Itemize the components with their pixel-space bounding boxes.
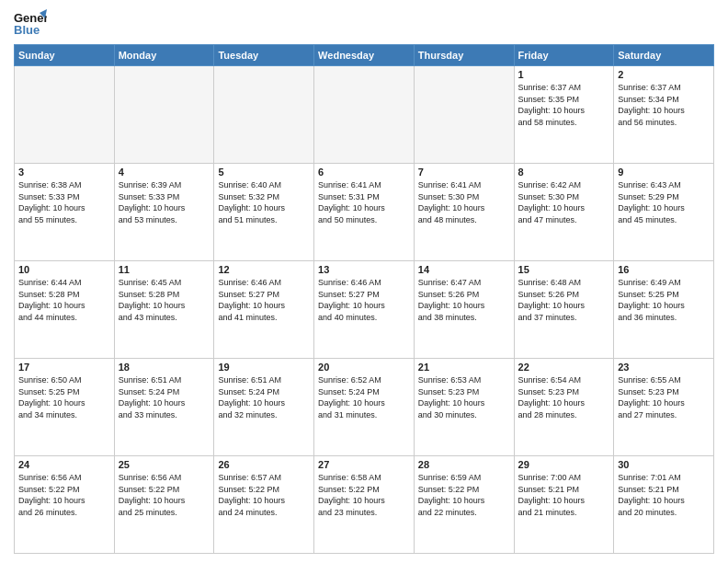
calendar-cell (214, 66, 314, 164)
day-number: 2 (618, 69, 710, 80)
day-info: Sunrise: 6:57 AM Sunset: 5:22 PM Dayligh… (218, 472, 310, 518)
day-number: 7 (418, 167, 510, 178)
day-number: 11 (119, 264, 210, 275)
day-info: Sunrise: 6:42 AM Sunset: 5:30 PM Dayligh… (518, 179, 610, 225)
day-number: 10 (18, 264, 110, 275)
logo: General Blue (14, 9, 47, 37)
calendar-cell (114, 66, 214, 164)
day-number: 19 (218, 362, 310, 373)
day-info: Sunrise: 6:49 AM Sunset: 5:25 PM Dayligh… (618, 277, 710, 323)
day-info: Sunrise: 6:51 AM Sunset: 5:24 PM Dayligh… (119, 374, 210, 420)
calendar-cell: 3Sunrise: 6:38 AM Sunset: 5:33 PM Daylig… (15, 164, 115, 261)
day-info: Sunrise: 6:41 AM Sunset: 5:31 PM Dayligh… (318, 179, 410, 225)
calendar-cell: 14Sunrise: 6:47 AM Sunset: 5:26 PM Dayli… (414, 261, 514, 359)
day-info: Sunrise: 6:52 AM Sunset: 5:24 PM Dayligh… (318, 374, 410, 420)
day-info: Sunrise: 6:51 AM Sunset: 5:24 PM Dayligh… (218, 374, 310, 420)
day-info: Sunrise: 6:50 AM Sunset: 5:25 PM Dayligh… (18, 374, 110, 420)
calendar-cell: 16Sunrise: 6:49 AM Sunset: 5:25 PM Dayli… (614, 261, 714, 359)
day-info: Sunrise: 6:53 AM Sunset: 5:23 PM Dayligh… (418, 374, 510, 420)
day-info: Sunrise: 6:46 AM Sunset: 5:27 PM Dayligh… (318, 277, 410, 323)
calendar-cell: 17Sunrise: 6:50 AM Sunset: 5:25 PM Dayli… (15, 359, 115, 456)
weekday-header-thursday: Thursday (414, 45, 514, 66)
day-number: 28 (418, 459, 510, 470)
weekday-header-saturday: Saturday (614, 45, 714, 66)
day-info: Sunrise: 6:45 AM Sunset: 5:28 PM Dayligh… (119, 277, 210, 323)
calendar-cell: 28Sunrise: 6:59 AM Sunset: 5:22 PM Dayli… (414, 456, 514, 554)
calendar-cell: 24Sunrise: 6:56 AM Sunset: 5:22 PM Dayli… (15, 456, 115, 554)
day-number: 12 (218, 264, 310, 275)
calendar-week-2: 3Sunrise: 6:38 AM Sunset: 5:33 PM Daylig… (15, 164, 714, 261)
weekday-header-tuesday: Tuesday (214, 45, 314, 66)
day-info: Sunrise: 6:55 AM Sunset: 5:23 PM Dayligh… (618, 374, 710, 420)
day-number: 15 (518, 264, 610, 275)
calendar-cell: 25Sunrise: 6:56 AM Sunset: 5:22 PM Dayli… (114, 456, 214, 554)
day-number: 24 (18, 459, 110, 470)
day-info: Sunrise: 6:54 AM Sunset: 5:23 PM Dayligh… (518, 374, 610, 420)
day-number: 25 (119, 459, 210, 470)
day-info: Sunrise: 6:48 AM Sunset: 5:26 PM Dayligh… (518, 277, 610, 323)
day-info: Sunrise: 6:56 AM Sunset: 5:22 PM Dayligh… (119, 472, 210, 518)
day-info: Sunrise: 6:59 AM Sunset: 5:22 PM Dayligh… (418, 472, 510, 518)
day-number: 3 (18, 167, 110, 178)
day-number: 4 (119, 167, 210, 178)
page: General Blue SundayMondayTuesdayWednesda… (0, 0, 728, 563)
calendar-table: SundayMondayTuesdayWednesdayThursdayFrid… (14, 44, 714, 554)
calendar-cell: 8Sunrise: 6:42 AM Sunset: 5:30 PM Daylig… (514, 164, 614, 261)
day-info: Sunrise: 6:39 AM Sunset: 5:33 PM Dayligh… (119, 179, 210, 225)
day-info: Sunrise: 6:38 AM Sunset: 5:33 PM Dayligh… (18, 179, 110, 225)
day-number: 26 (218, 459, 310, 470)
weekday-header-friday: Friday (514, 45, 614, 66)
logo-icon: General Blue (14, 9, 47, 37)
day-info: Sunrise: 6:41 AM Sunset: 5:30 PM Dayligh… (418, 179, 510, 225)
day-number: 17 (18, 362, 110, 373)
day-info: Sunrise: 6:58 AM Sunset: 5:22 PM Dayligh… (318, 472, 410, 518)
weekday-header-row: SundayMondayTuesdayWednesdayThursdayFrid… (15, 45, 714, 66)
day-number: 20 (318, 362, 410, 373)
calendar-cell: 27Sunrise: 6:58 AM Sunset: 5:22 PM Dayli… (314, 456, 415, 554)
day-info: Sunrise: 6:43 AM Sunset: 5:29 PM Dayligh… (618, 179, 710, 225)
day-number: 22 (518, 362, 610, 373)
calendar-cell: 29Sunrise: 7:00 AM Sunset: 5:21 PM Dayli… (514, 456, 614, 554)
day-info: Sunrise: 6:56 AM Sunset: 5:22 PM Dayligh… (18, 472, 110, 518)
calendar-cell: 11Sunrise: 6:45 AM Sunset: 5:28 PM Dayli… (114, 261, 214, 359)
day-number: 23 (618, 362, 710, 373)
calendar-cell: 12Sunrise: 6:46 AM Sunset: 5:27 PM Dayli… (214, 261, 314, 359)
calendar-cell: 19Sunrise: 6:51 AM Sunset: 5:24 PM Dayli… (214, 359, 314, 456)
calendar-cell (414, 66, 514, 164)
calendar-cell: 21Sunrise: 6:53 AM Sunset: 5:23 PM Dayli… (414, 359, 514, 456)
calendar-cell (15, 66, 115, 164)
day-number: 16 (618, 264, 710, 275)
calendar-cell: 1Sunrise: 6:37 AM Sunset: 5:35 PM Daylig… (514, 66, 614, 164)
day-info: Sunrise: 6:40 AM Sunset: 5:32 PM Dayligh… (218, 179, 310, 225)
calendar-cell: 26Sunrise: 6:57 AM Sunset: 5:22 PM Dayli… (214, 456, 314, 554)
day-number: 8 (518, 167, 610, 178)
day-number: 9 (618, 167, 710, 178)
day-number: 6 (318, 167, 410, 178)
day-info: Sunrise: 6:44 AM Sunset: 5:28 PM Dayligh… (18, 277, 110, 323)
day-number: 5 (218, 167, 310, 178)
calendar-cell: 13Sunrise: 6:46 AM Sunset: 5:27 PM Dayli… (314, 261, 415, 359)
calendar-cell: 23Sunrise: 6:55 AM Sunset: 5:23 PM Dayli… (614, 359, 714, 456)
day-number: 30 (618, 459, 710, 470)
day-number: 29 (518, 459, 610, 470)
weekday-header-sunday: Sunday (15, 45, 115, 66)
day-number: 1 (518, 69, 610, 80)
calendar-week-4: 17Sunrise: 6:50 AM Sunset: 5:25 PM Dayli… (15, 359, 714, 456)
day-info: Sunrise: 6:47 AM Sunset: 5:26 PM Dayligh… (418, 277, 510, 323)
calendar-week-5: 24Sunrise: 6:56 AM Sunset: 5:22 PM Dayli… (15, 456, 714, 554)
calendar-cell: 10Sunrise: 6:44 AM Sunset: 5:28 PM Dayli… (15, 261, 115, 359)
calendar-cell: 9Sunrise: 6:43 AM Sunset: 5:29 PM Daylig… (614, 164, 714, 261)
calendar-cell: 6Sunrise: 6:41 AM Sunset: 5:31 PM Daylig… (314, 164, 415, 261)
calendar-cell: 30Sunrise: 7:01 AM Sunset: 5:21 PM Dayli… (614, 456, 714, 554)
calendar-cell: 15Sunrise: 6:48 AM Sunset: 5:26 PM Dayli… (514, 261, 614, 359)
calendar-cell: 22Sunrise: 6:54 AM Sunset: 5:23 PM Dayli… (514, 359, 614, 456)
calendar-cell: 7Sunrise: 6:41 AM Sunset: 5:30 PM Daylig… (414, 164, 514, 261)
day-info: Sunrise: 7:01 AM Sunset: 5:21 PM Dayligh… (618, 472, 710, 518)
calendar-cell (314, 66, 415, 164)
day-info: Sunrise: 7:00 AM Sunset: 5:21 PM Dayligh… (518, 472, 610, 518)
calendar-week-1: 1Sunrise: 6:37 AM Sunset: 5:35 PM Daylig… (15, 66, 714, 164)
day-number: 18 (119, 362, 210, 373)
day-number: 27 (318, 459, 410, 470)
svg-text:Blue: Blue (14, 23, 40, 37)
day-number: 13 (318, 264, 410, 275)
